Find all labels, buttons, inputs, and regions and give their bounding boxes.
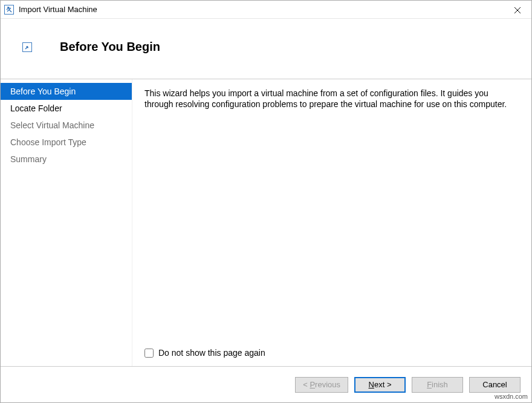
- titlebar: Import Virtual Machine: [1, 1, 531, 19]
- wizard-steps-sidebar: Before You Begin Locate Folder Select Vi…: [1, 79, 132, 366]
- wizard-content: This wizard helps you import a virtual m…: [132, 79, 531, 366]
- step-select-virtual-machine: Select Virtual Machine: [1, 117, 132, 134]
- skip-page-label: Do not show this page again: [158, 348, 265, 358]
- wizard-body: Before You Begin Locate Folder Select Vi…: [1, 79, 531, 366]
- wizard-header: Before You Begin: [1, 19, 531, 79]
- watermark: wsxdn.com: [495, 393, 528, 400]
- step-summary: Summary: [1, 151, 132, 168]
- app-icon: [4, 5, 14, 15]
- next-button[interactable]: Next >: [354, 377, 406, 393]
- page-heading: Before You Begin: [60, 40, 160, 54]
- close-icon: [514, 7, 521, 13]
- previous-button: < Previous: [295, 377, 348, 393]
- wizard-description: This wizard helps you import a virtual m…: [144, 88, 519, 110]
- cancel-button[interactable]: Cancel: [469, 377, 521, 393]
- wizard-footer: < Previous Next > Finish Cancel: [1, 366, 531, 402]
- finish-button: Finish: [412, 377, 463, 393]
- close-button[interactable]: [504, 1, 531, 19]
- skip-page-checkbox[interactable]: [144, 349, 154, 358]
- import-icon: [22, 42, 32, 52]
- step-locate-folder[interactable]: Locate Folder: [1, 100, 132, 117]
- step-choose-import-type: Choose Import Type: [1, 134, 132, 151]
- window-title: Import Virtual Machine: [19, 5, 504, 14]
- skip-page-checkbox-row[interactable]: Do not show this page again: [144, 348, 265, 358]
- step-before-you-begin[interactable]: Before You Begin: [1, 83, 132, 100]
- wizard-window: Import Virtual Machine Before You Begin …: [0, 0, 532, 403]
